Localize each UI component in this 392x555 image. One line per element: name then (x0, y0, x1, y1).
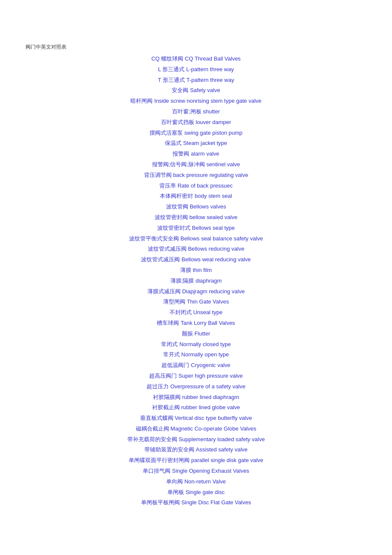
list-item: 波纹管阀 Bellows valves (166, 202, 226, 211)
list-item: 不封闭式 Unseal type (170, 308, 222, 317)
list-item: 背压调节阀 back pressure regulating valve (144, 171, 248, 180)
list-item: 背压率 Rate of back pressuec (159, 182, 233, 191)
list-item: 波纹管式减压阀 Bellows reducing valve (148, 245, 245, 254)
list-item: 常开式 Normally open type (163, 350, 229, 359)
list-item: 薄膜 thin film (180, 266, 212, 275)
list-item: 颤振 Flutter (182, 330, 210, 338)
list-item: 安全阀 Safety valve (172, 86, 220, 95)
list-item: 单闸碟双面平行密封闸阀 parallel single disk gate va… (129, 456, 263, 465)
list-item: 百叶窗;闸板 shutter (172, 107, 220, 116)
list-item: 波纹管平衡式安全阀 Bellows seal balance safety va… (129, 234, 263, 243)
list-item: 磁耦合截止阀 Magnetic Co-operate Globe Valves (136, 425, 257, 434)
list-item: 单闸板 Single gate disc (167, 488, 225, 497)
list-item: 单口排气阀 Single Opening Exhaust Valves (143, 467, 249, 476)
list-item: 槽车球阀 Tank Lorry Ball Valves (157, 319, 235, 328)
list-item: 保温式 Steam jacket type (165, 139, 227, 148)
list-item: 波纹管密封阀 bellow sealed valve (155, 213, 237, 222)
list-item: 波纹管式减压阀 Bellows weal reducing valve (141, 255, 251, 264)
list-item: 百叶窗式挡板 louver damper (161, 118, 231, 127)
list-item: 超过压力 Overpressure of a safety valve (147, 382, 245, 391)
list-item: 薄型闸阀 Thin Gate Valves (163, 298, 229, 306)
list-item: 带补充载荷的安全阀 Supplementary loaded safety va… (127, 435, 265, 444)
list-item: 单闸板平板闸阀 Single Disc Flat Gate Valves (141, 498, 251, 507)
list-item: CQ 螺纹球阀 CQ Thread Ball Valves (151, 55, 241, 64)
list-item: 带辅助装置的安全阀 Assisted safety valve (144, 445, 248, 454)
page-title: 阀门中英文对照表 (26, 43, 66, 51)
list-item: 报警阀;信号阀;脉冲阀 sentinel valve (152, 160, 240, 169)
list-item: 衬胶截止阀 rubber lined globe valve (152, 403, 240, 412)
list-item: 薄膜式减压阀 Diapjragm reducing valve (147, 287, 245, 296)
list-item: 单向阀 Non-return Valve (166, 477, 226, 486)
list-item: 波纹管密封式 Bellows seal type (157, 224, 235, 233)
list-item: 报警阀 alarm valve (173, 150, 219, 159)
list-item: 薄膜;隔膜 diaphragm (170, 277, 222, 286)
list-item: 常闭式 Normally closed type (161, 340, 231, 349)
content-area: CQ 螺纹球阀 CQ Thread Ball ValvesL 形三通式 L-pa… (0, 0, 392, 507)
list-item: 超低温阀门 Cryogenic valve (161, 361, 230, 370)
list-item: 摆阀式活塞泵 swing gate piston pump (150, 129, 242, 138)
list-item: 超高压阀门 Super high pressure valve (149, 372, 243, 381)
list-item: 衬胶隔膜阀 rubber lined diaphragm (153, 393, 239, 402)
list-item: 暗杆闸阀 Inside screw nonrising stem type ga… (130, 97, 261, 106)
list-item: T 形三通式 T-pattern three way (158, 76, 234, 85)
list-item: 本体阀杆密封 body stem seal (160, 192, 232, 201)
list-item: L 形三通式 L-pattern three way (158, 65, 234, 74)
list-item: 垂直板式蝶阀 Vertical disc type butterfly valv… (140, 414, 252, 423)
